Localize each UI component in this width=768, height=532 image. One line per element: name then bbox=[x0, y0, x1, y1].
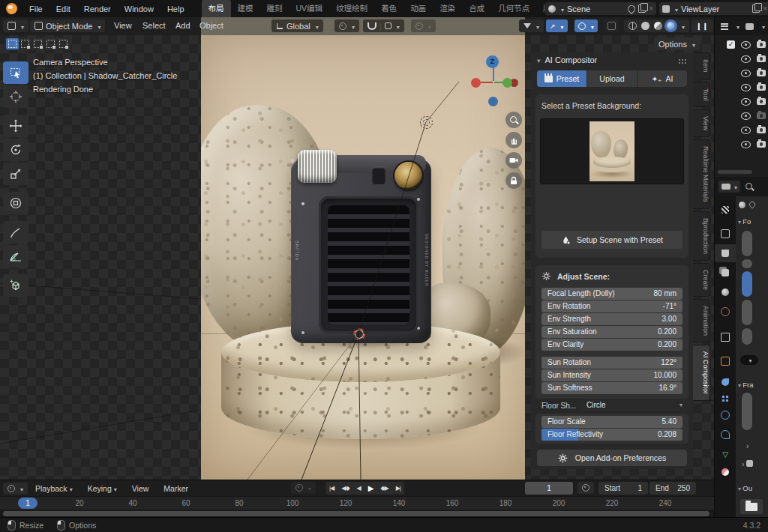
collapsed-panel-row[interactable]: › bbox=[742, 460, 753, 468]
slider-env-clarity[interactable]: Env Clarity0.200 bbox=[542, 339, 682, 351]
gizmo-y-ball[interactable] bbox=[502, 78, 512, 88]
display-mode-icon[interactable] bbox=[721, 23, 728, 30]
tab-ai[interactable]: ✦₊ AI bbox=[638, 70, 687, 87]
camera-view-button[interactable] bbox=[506, 152, 522, 169]
tab-realtime-materials[interactable]: Realtime Materials bbox=[693, 139, 710, 209]
blender-logo-icon[interactable] bbox=[6, 3, 17, 14]
tab-upload[interactable]: Upload bbox=[587, 70, 637, 87]
properties-tab-output[interactable] bbox=[715, 244, 736, 262]
menu-select[interactable]: Select bbox=[140, 21, 169, 30]
workspace-tab-animation[interactable]: 动画 bbox=[404, 0, 433, 17]
menu-object[interactable]: Object bbox=[196, 21, 226, 30]
properties-tab-object[interactable] bbox=[715, 352, 736, 370]
material-preview-button[interactable] bbox=[654, 22, 662, 30]
select-mode-intersect[interactable] bbox=[57, 38, 70, 49]
enum-dropdown[interactable] bbox=[740, 355, 758, 365]
timeline-scrollbar-thumb[interactable] bbox=[3, 511, 710, 516]
scene-selector[interactable]: Scene × bbox=[544, 1, 657, 16]
slider-env-saturation[interactable]: Env Saturation0.200 bbox=[542, 326, 682, 338]
workspace-tab-layout[interactable]: 布局 bbox=[202, 0, 231, 17]
play-reverse-button[interactable]: ◀ bbox=[353, 485, 364, 492]
properties-tab-material[interactable] bbox=[715, 463, 736, 481]
tool-measure[interactable] bbox=[3, 245, 28, 267]
select-mode-subtract[interactable] bbox=[32, 38, 44, 49]
tab-preset[interactable]: Preset bbox=[537, 70, 586, 87]
timeline-ruler[interactable]: 20 40 60 80 100 120 140 160 180 200 220 … bbox=[0, 496, 714, 510]
tab-create[interactable]: Create bbox=[693, 263, 710, 297]
menu-keying[interactable]: Keying bbox=[80, 484, 124, 493]
output-panel-header[interactable]: Ou bbox=[738, 484, 752, 492]
properties-tab-world[interactable] bbox=[715, 303, 736, 321]
pan-button[interactable] bbox=[506, 132, 522, 148]
sun-lamp-icon[interactable] bbox=[420, 116, 433, 129]
tab-ai-compositor[interactable]: AI Compositor bbox=[693, 345, 710, 401]
slider-focal-length[interactable]: Focal Length (Dolly)80 mm bbox=[542, 288, 682, 300]
workspace-tab-uv[interactable]: UV编辑 bbox=[290, 0, 330, 17]
rendered-shading-button[interactable] bbox=[667, 22, 675, 30]
properties-tab-tool[interactable] bbox=[715, 201, 736, 219]
menu-add[interactable]: Add bbox=[172, 21, 194, 30]
render-visibility-icon[interactable] bbox=[757, 98, 766, 105]
render-visibility-icon[interactable] bbox=[757, 141, 766, 148]
tab-bproduction[interactable]: Bproduction bbox=[693, 211, 710, 261]
render-visibility-icon[interactable] bbox=[757, 127, 766, 133]
lock-view-button[interactable] bbox=[506, 172, 522, 189]
xray-toggle[interactable] bbox=[604, 19, 619, 32]
navigation-gizmo[interactable]: Z bbox=[470, 51, 524, 112]
gizmos-toggle[interactable]: ↗ bbox=[546, 19, 568, 32]
filter-icon[interactable] bbox=[746, 23, 754, 30]
snap-selector[interactable]: | bbox=[363, 19, 404, 32]
frame-start-field[interactable]: Start 1 bbox=[598, 482, 648, 495]
gizmo-z-neg-ball[interactable] bbox=[488, 97, 498, 106]
pin-icon[interactable] bbox=[748, 200, 756, 208]
eye-icon[interactable] bbox=[741, 98, 751, 106]
workspace-tab-shading[interactable]: 着色 bbox=[374, 0, 404, 17]
render-visibility-icon[interactable] bbox=[757, 84, 766, 91]
eye-icon[interactable] bbox=[741, 127, 751, 134]
menu-help[interactable]: Help bbox=[160, 4, 191, 13]
gizmo-x-ball[interactable] bbox=[471, 78, 481, 88]
properties-tab-collection[interactable] bbox=[715, 328, 736, 346]
playhead[interactable]: 1 bbox=[18, 498, 38, 509]
value-slider[interactable] bbox=[742, 328, 752, 345]
prev-keyframe-button[interactable]: ◀◆ bbox=[338, 485, 352, 492]
outliner-scrollbar[interactable] bbox=[718, 170, 752, 174]
menu-window[interactable]: Window bbox=[118, 4, 160, 13]
tool-annotate[interactable] bbox=[3, 221, 28, 244]
timeline-editor-type[interactable] bbox=[3, 483, 28, 495]
menu-view[interactable]: View bbox=[124, 484, 157, 493]
tool-rotate[interactable] bbox=[3, 139, 28, 161]
file-browse-button[interactable] bbox=[740, 499, 763, 514]
properties-tab-data[interactable]: ▽ bbox=[715, 445, 736, 463]
pause-render-button[interactable]: ❙❙ bbox=[692, 19, 713, 32]
setup-scene-button[interactable]: Setup Scene with Preset bbox=[542, 231, 682, 249]
preset-thumbnail[interactable] bbox=[590, 121, 634, 181]
select-mode-extend[interactable] bbox=[19, 38, 32, 49]
properties-tab-render[interactable] bbox=[715, 225, 736, 243]
workspace-tab-geometry-nodes[interactable]: 几何节点 bbox=[491, 0, 536, 17]
workspace-tab-texture-paint[interactable]: 纹理绘制 bbox=[329, 0, 374, 17]
eye-icon[interactable] bbox=[741, 112, 751, 120]
auto-keying-toggle[interactable] bbox=[291, 482, 316, 494]
next-keyframe-button[interactable]: ◆▶ bbox=[376, 485, 392, 492]
tab-item[interactable]: Item bbox=[693, 52, 710, 79]
pivot-point-selector[interactable] bbox=[334, 19, 359, 32]
tab-animation[interactable]: Animation bbox=[693, 299, 710, 342]
wireframe-shading-button[interactable] bbox=[628, 22, 637, 30]
tool-cursor[interactable] bbox=[3, 85, 28, 108]
new-viewlayer-icon[interactable] bbox=[752, 4, 760, 13]
tool-scale[interactable] bbox=[3, 163, 28, 185]
slider-floor-reflectivity[interactable]: Floor Reflectivity0.208 bbox=[542, 429, 682, 441]
menu-view[interactable]: View bbox=[111, 21, 135, 30]
slider-env-rotation[interactable]: Env Rotation-71° bbox=[542, 300, 682, 312]
solid-shading-button[interactable] bbox=[641, 22, 650, 30]
workspace-tab-compositing[interactable]: 合成 bbox=[462, 0, 491, 17]
eye-icon[interactable] bbox=[741, 41, 751, 49]
slider-sun-rotation[interactable]: Sun Rotation122° bbox=[542, 357, 682, 369]
properties-tab-scene[interactable] bbox=[715, 283, 736, 301]
render-visibility-icon[interactable] bbox=[757, 41, 766, 48]
play-button[interactable]: ▶ bbox=[364, 484, 377, 492]
tab-tool[interactable]: Tool bbox=[693, 82, 710, 108]
menu-playback[interactable]: Playback bbox=[28, 484, 80, 493]
preset-preview-frame[interactable] bbox=[540, 118, 684, 184]
